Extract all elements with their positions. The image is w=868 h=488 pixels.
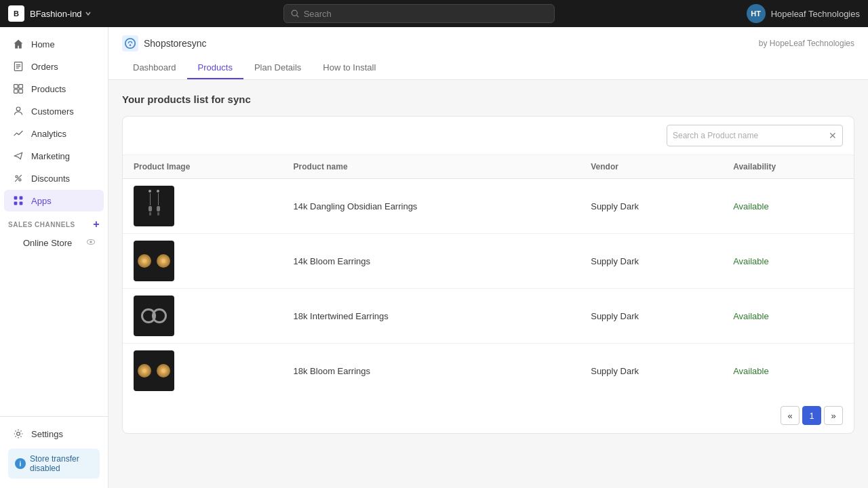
top-search-input[interactable] — [304, 9, 547, 19]
table-row: 18k Intertwined Earrings Supply Dark Ava… — [123, 289, 854, 344]
svg-point-11 — [16, 176, 18, 178]
cell-availability: Available — [722, 234, 854, 289]
company-name-label: Hopeleaf Technologies — [771, 9, 860, 19]
svg-rect-16 — [14, 202, 18, 205]
svg-point-0 — [292, 10, 297, 16]
cell-product-name: 18k Intertwined Earrings — [283, 289, 580, 344]
topbar: B BFashion-ind HT Hopeleaf Technologies — [0, 0, 868, 27]
product-search-input-wrapper[interactable]: ✕ — [667, 125, 843, 146]
product-thumbnail — [134, 241, 174, 281]
sidebar-item-orders[interactable]: Orders — [4, 56, 104, 77]
svg-point-21 — [125, 39, 135, 48]
svg-point-19 — [90, 241, 92, 243]
cell-availability: Available — [722, 344, 854, 399]
sidebar-item-customers[interactable]: Customers — [4, 100, 104, 122]
svg-line-1 — [296, 15, 298, 17]
main-content: Shopstoresync by HopeLeaf Technologies D… — [108, 27, 868, 488]
app-by-line: by HopeLeaf Technologies — [759, 39, 854, 48]
svg-rect-17 — [20, 202, 23, 205]
svg-point-20 — [17, 432, 20, 436]
cell-product-name: 14k Dangling Obsidian Earrings — [283, 179, 580, 234]
cell-vendor: Supply Dark — [580, 234, 722, 289]
search-icon — [291, 9, 300, 18]
availability-badge: Available — [733, 366, 769, 376]
svg-rect-14 — [14, 197, 18, 200]
eye-icon — [86, 237, 96, 249]
search-bar[interactable] — [283, 4, 555, 23]
home-icon — [12, 38, 24, 50]
sidebar-bottom: Settings i Store transfer disabled — [0, 416, 108, 488]
cell-product-image — [123, 289, 283, 344]
col-product-name: Product name — [283, 155, 580, 179]
pagination-page-1[interactable]: 1 — [802, 406, 821, 425]
availability-badge: Available — [733, 311, 769, 321]
product-thumbnail — [134, 296, 174, 336]
products-icon — [12, 83, 24, 95]
sidebar-nav: Home Orders Products Custo — [0, 33, 108, 416]
product-thumbnail — [134, 186, 174, 226]
svg-rect-8 — [14, 89, 18, 94]
discounts-icon — [12, 172, 24, 184]
sidebar-item-settings[interactable]: Settings — [4, 423, 104, 445]
avatar: HT — [747, 4, 766, 23]
tab-how-to-install[interactable]: How to Install — [312, 57, 387, 79]
topbar-search — [283, 4, 555, 23]
sidebar-item-apps[interactable]: Apps — [4, 190, 104, 211]
cell-vendor: Supply Dark — [580, 344, 722, 399]
sidebar-item-discounts[interactable]: Discounts — [4, 167, 104, 189]
table-row: 14k Dangling Obsidian Earrings Supply Da… — [123, 179, 854, 234]
tab-plan-details[interactable]: Plan Details — [243, 57, 312, 79]
sidebar-item-marketing[interactable]: Marketing — [4, 145, 104, 167]
apps-icon — [12, 195, 24, 207]
cell-product-name: 14k Bloom Earrings — [283, 234, 580, 289]
sidebar-item-home[interactable]: Home — [4, 33, 104, 55]
sidebar-item-analytics[interactable]: Analytics — [4, 123, 104, 144]
cell-availability: Available — [722, 289, 854, 344]
topbar-right: HT Hopeleaf Technologies — [747, 4, 860, 23]
orders-icon — [12, 60, 24, 73]
table-search-bar: ✕ — [123, 117, 854, 155]
topbar-left: B BFashion-ind — [8, 5, 92, 22]
col-vendor: Vendor — [580, 155, 722, 179]
product-thumbnail — [134, 350, 174, 391]
tab-products[interactable]: Products — [187, 57, 243, 79]
settings-icon — [12, 428, 24, 440]
col-availability: Availability — [722, 155, 854, 179]
svg-rect-6 — [14, 85, 18, 89]
pagination-prev[interactable]: « — [781, 406, 800, 425]
tab-dashboard[interactable]: Dashboard — [122, 57, 187, 79]
layout: Home Orders Products Custo — [0, 27, 868, 488]
store-name[interactable]: BFashion-ind — [30, 9, 92, 19]
availability-badge: Available — [733, 256, 769, 266]
svg-point-22 — [130, 44, 132, 46]
pagination-next[interactable]: » — [824, 406, 843, 425]
page-heading: Your products list for sync — [122, 94, 854, 105]
app-title: Shopstoresync — [122, 35, 207, 52]
marketing-icon — [12, 150, 24, 162]
svg-rect-15 — [20, 197, 23, 200]
cell-availability: Available — [722, 179, 854, 234]
app-title-row: Shopstoresync by HopeLeaf Technologies — [122, 35, 854, 57]
col-product-image: Product Image — [123, 155, 283, 179]
svg-rect-7 — [19, 85, 23, 89]
availability-badge: Available — [733, 201, 769, 211]
info-icon: i — [15, 458, 26, 469]
table-header-row: Product Image Product name Vendor Availa… — [123, 155, 854, 179]
search-clear-button[interactable]: ✕ — [829, 130, 837, 141]
product-search-input[interactable] — [673, 131, 825, 140]
table-row: 14k Bloom Earrings Supply Dark Available — [123, 234, 854, 289]
table-row: 18k Bloom Earrings Supply Dark Available — [123, 344, 854, 399]
products-table-card: ✕ Product Image Product name Vendor Avai… — [122, 116, 854, 434]
svg-point-12 — [19, 179, 21, 181]
sidebar-item-online-store[interactable]: Online Store — [4, 233, 104, 253]
sales-channels-section: SALES CHANNELS + — [0, 212, 108, 232]
products-table: Product Image Product name Vendor Availa… — [123, 155, 854, 398]
svg-point-10 — [16, 107, 20, 111]
cell-product-image — [123, 234, 283, 289]
content-area: Your products list for sync ✕ Product Im… — [108, 80, 868, 488]
add-sales-channel-button[interactable]: + — [93, 219, 100, 230]
app-header: Shopstoresync by HopeLeaf Technologies D… — [108, 27, 868, 80]
sidebar-item-products[interactable]: Products — [4, 78, 104, 100]
analytics-icon — [12, 127, 24, 140]
customers-icon — [12, 105, 24, 117]
